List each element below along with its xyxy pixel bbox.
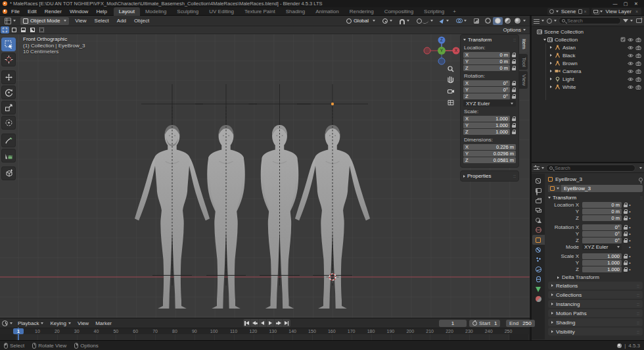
rotation-mode-dropdown[interactable]: XYZ Euler [582,244,622,250]
animate-dot[interactable]: • [629,210,631,214]
properties-search-input[interactable] [555,165,632,171]
close-button[interactable]: ✕ [631,1,641,7]
camera-view-button[interactable] [446,86,456,97]
properties-tab[interactable] [532,186,545,195]
shading-material-button[interactable] [503,17,513,25]
value-field[interactable]: Y0° [463,87,510,93]
timeline-ruler[interactable]: 1020304050607080901001101201301401501601… [0,328,530,334]
properties-tab[interactable] [532,176,545,186]
gizmos-toggle[interactable] [438,17,451,25]
expand-arrow-icon[interactable] [550,86,552,88]
add-workspace-button[interactable]: + [449,9,459,14]
expand-arrow-icon[interactable] [550,46,552,49]
sidebar-tab[interactable]: Item [519,36,528,53]
shading-rendered-button[interactable] [513,17,527,25]
outliner-object-row[interactable]: Camera [532,67,644,75]
maximize-button[interactable]: ▢ [620,1,631,7]
lock-icon[interactable] [512,66,516,71]
panel-grip-icon[interactable]: :: [637,293,639,297]
value-field[interactable]: Z0° [463,93,510,99]
properties-tab[interactable] [532,264,545,274]
menu-item[interactable]: Help [92,7,110,16]
timeline-menu-item[interactable]: Marker [92,320,115,326]
panel-section-header[interactable]: Instancing :: [548,300,643,308]
value-field[interactable]: 0 m [582,215,622,221]
outliner-object-row[interactable]: Brown 2 8 [532,59,644,67]
tool-add-primitive[interactable] [1,166,16,180]
outliner-object-row[interactable]: Black 2 7 [532,51,644,59]
blender-menu-icon[interactable] [3,9,7,14]
sidebar-tab[interactable]: View [519,71,528,89]
scene-selector[interactable]: Scene × [547,8,590,15]
workspace-tab[interactable]: Rendering [344,7,379,16]
viewport-canvas[interactable]: Z X Y [0,34,530,318]
lock-icon[interactable] [624,261,628,266]
filter-funnel-icon[interactable] [623,19,628,22]
value-field[interactable]: Y0 m [463,59,510,64]
expand-arrow-icon[interactable] [550,62,552,64]
current-frame-field[interactable]: 1 [439,320,467,327]
jump-to-end-button[interactable] [283,319,290,327]
animate-dot[interactable]: • [629,255,631,259]
tool-select-box[interactable] [1,38,16,51]
view-layer-selector[interactable]: View Layer × [591,8,641,15]
lock-icon[interactable] [512,53,516,58]
animate-dot[interactable]: • [629,232,631,236]
timeline-menu-item[interactable]: Playback [14,320,47,326]
value-field[interactable]: Z0.0581 m [463,157,516,163]
select-mode-subtract-button[interactable] [19,26,28,34]
workspace-tab[interactable]: Scripting [419,7,449,16]
value-field[interactable]: Y1.000 [463,122,510,128]
properties-editor-icon[interactable] [534,165,540,171]
value-field[interactable]: X0.226 m [463,144,516,150]
delta-transform-header[interactable]: Delta Transform [557,274,643,281]
panel-section-header[interactable]: Motion Paths :: [548,309,643,317]
outliner-search[interactable] [559,17,621,24]
value-field[interactable]: 1.000 [582,266,622,272]
panel-grip-icon[interactable]: :: [637,320,639,325]
value-field[interactable]: Y0.0296 m [463,151,516,157]
properties-tab[interactable] [532,255,545,264]
lock-icon[interactable] [624,267,628,272]
expand-arrow-icon[interactable] [550,78,552,80]
hide-eye-icon[interactable] [628,45,633,50]
panel-grip-icon[interactable]: :: [637,311,639,316]
value-field[interactable]: Z1.000 [463,129,510,135]
shading-wireframe-button[interactable] [483,17,493,25]
properties-collapsed-panel[interactable]: Properties :: [460,170,519,182]
select-mode-intersect-button[interactable] [37,26,46,34]
panel-grip-icon[interactable]: :: [640,195,643,200]
properties-options-icon[interactable] [639,167,642,169]
pin-icon[interactable] [639,178,643,182]
disable-render-icon[interactable] [635,77,641,82]
animate-dot[interactable]: • [629,203,631,207]
value-field[interactable]: 1.000 [582,260,622,266]
workspace-tab[interactable]: UV Editing [204,7,239,16]
end-frame-field[interactable]: End 250 [506,320,535,327]
hide-eye-icon[interactable] [628,61,633,66]
expand-arrow-icon[interactable] [550,70,552,72]
tool-scale[interactable] [1,101,16,114]
disable-render-icon[interactable] [635,61,641,66]
transform-panel-header[interactable]: Transform :: [463,37,516,43]
properties-tab[interactable] [532,245,545,255]
timeline-menu-item[interactable]: Keying [47,320,74,326]
jump-to-next-keyframe-button[interactable] [275,319,283,327]
outliner-object-row[interactable]: Light [532,75,644,83]
value-field[interactable]: 1.000 [582,253,622,259]
animate-dot[interactable]: • [629,239,631,243]
gizmo-x-negative[interactable] [424,47,430,54]
outliner-filter-id-icon[interactable] [547,18,552,24]
timeline-editor-icon[interactable] [2,320,8,326]
lock-icon[interactable] [624,203,628,208]
properties-search[interactable] [546,164,635,172]
editor-type-button[interactable] [2,17,18,25]
expand-arrow-icon[interactable] [550,54,552,57]
animate-dot[interactable]: • [629,245,631,249]
proportional-edit-toggle[interactable] [414,17,436,25]
snap-toggle[interactable] [397,17,412,25]
workspace-tab[interactable]: Layout [114,7,140,16]
properties-tab[interactable] [532,235,545,245]
properties-tab[interactable] [532,274,545,284]
start-frame-field[interactable]: Start 1 [469,320,500,327]
